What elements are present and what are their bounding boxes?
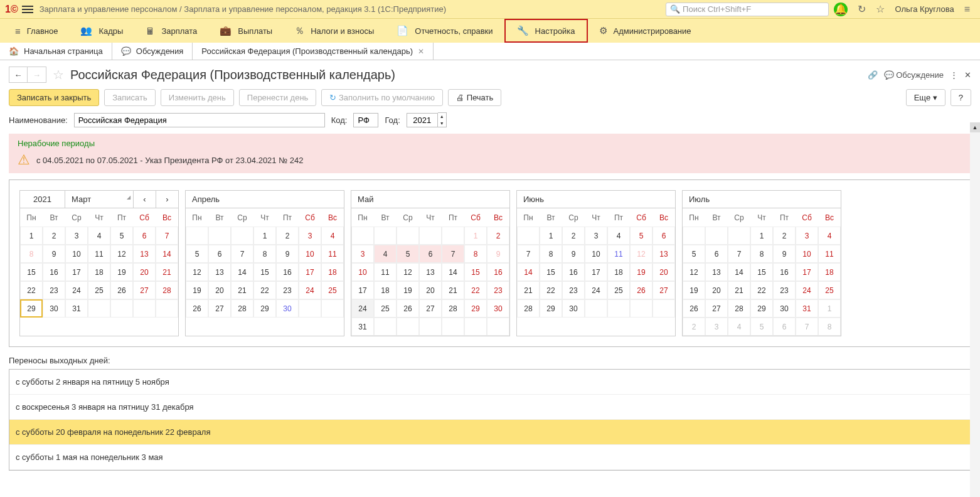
calendar-day[interactable]: 6	[208, 245, 231, 263]
calendar-day[interactable]: 18	[321, 263, 344, 281]
code-input[interactable]	[353, 113, 378, 127]
calendar-day[interactable]: 22	[464, 281, 487, 299]
calendar-day[interactable]: 5	[683, 245, 705, 263]
calendar-day[interactable]: 27	[208, 299, 231, 318]
calendar-day[interactable]: 30	[43, 299, 65, 318]
calendar-day[interactable]: 6	[652, 227, 675, 245]
calendar-day[interactable]: 27	[652, 281, 675, 299]
year-spinner[interactable]: ▲▼	[438, 112, 447, 127]
calendar-day[interactable]: 28	[442, 299, 464, 318]
history-icon[interactable]: ↻	[858, 3, 866, 15]
calendar-day[interactable]: 24	[351, 299, 374, 318]
calendar-day[interactable]: 31	[65, 299, 88, 318]
calendar-day[interactable]: 28	[728, 299, 750, 318]
calendar-day[interactable]: 1	[818, 299, 841, 318]
calendar-day[interactable]: 11	[374, 263, 397, 281]
search-input[interactable]: 🔍 Поиск Ctrl+Shift+F	[666, 3, 829, 16]
year-input[interactable]	[407, 113, 438, 127]
save-close-button[interactable]: Записать и закрыть	[9, 89, 99, 106]
menu-zarplata[interactable]: 🖩Зарплата	[134, 19, 208, 43]
calendar-day[interactable]: 23	[562, 281, 585, 299]
calendar-day[interactable]: 25	[607, 281, 630, 299]
calendar-day[interactable]: 26	[186, 299, 208, 318]
calendar-day[interactable]: 11	[321, 245, 344, 263]
cal-month-select[interactable]: Март◢	[65, 191, 133, 208]
calendar-day[interactable]: 29	[540, 299, 562, 318]
next-month-button[interactable]: ›	[156, 191, 178, 208]
menu-main[interactable]: ≡Главное	[4, 19, 69, 43]
calendar-day[interactable]: 7	[442, 245, 464, 263]
calendar-day[interactable]: 3	[705, 318, 728, 336]
calendar-day[interactable]: 2	[43, 227, 65, 245]
calendar-day[interactable]: 15	[464, 263, 487, 281]
tab-calendar[interactable]: Российская Федерация (Производственный к…	[193, 43, 434, 60]
link-icon[interactable]: 🔗	[868, 70, 878, 80]
calendar-day[interactable]: 1	[20, 227, 43, 245]
favorite-star-icon[interactable]: ☆	[53, 67, 64, 82]
calendar-day[interactable]: 19	[683, 281, 705, 299]
calendar-day[interactable]: 5	[630, 227, 652, 245]
transfer-item[interactable]: с субботы 2 января на пятницу 5 ноября	[9, 370, 971, 395]
menu-kadry[interactable]: 👥Кадры	[69, 19, 134, 43]
calendar-day[interactable]: 23	[43, 281, 65, 299]
move-day-button[interactable]: Перенести день	[239, 89, 317, 106]
calendar-day[interactable]: 2	[487, 227, 509, 245]
calendar-day[interactable]: 10	[65, 245, 88, 263]
user-name[interactable]: Ольга Круглова	[895, 4, 954, 14]
change-day-button[interactable]: Изменить день	[161, 89, 234, 106]
chevron-up-icon[interactable]: ▲	[438, 113, 446, 120]
calendar-day[interactable]: 1	[464, 227, 487, 245]
calendar-day[interactable]: 6	[419, 245, 442, 263]
calendar-day[interactable]: 13	[705, 263, 728, 281]
calendar-day[interactable]: 4	[607, 227, 630, 245]
menu-nastroyka[interactable]: 🔧Настройка	[504, 19, 588, 43]
calendar-day[interactable]: 8	[20, 245, 43, 263]
calendar-day[interactable]: 26	[110, 281, 133, 299]
calendar-day[interactable]: 28	[231, 299, 253, 318]
calendar-day[interactable]: 22	[20, 281, 43, 299]
calendar-day[interactable]: 4	[728, 318, 750, 336]
transfer-item[interactable]: с субботы 20 февраля на понедельник 22 ф…	[9, 420, 971, 445]
calendar-day[interactable]: 31	[351, 318, 374, 336]
calendar-day[interactable]: 16	[562, 263, 585, 281]
calendar-day[interactable]: 25	[321, 281, 344, 299]
calendar-day[interactable]: 9	[562, 245, 585, 263]
calendar-day[interactable]: 7	[231, 245, 253, 263]
calendar-day[interactable]: 17	[585, 263, 607, 281]
calendar-day[interactable]: 18	[607, 263, 630, 281]
calendar-day[interactable]: 24	[796, 281, 818, 299]
calendar-day[interactable]: 25	[88, 281, 110, 299]
calendar-day[interactable]: 31	[796, 299, 818, 318]
calendar-day[interactable]: 8	[540, 245, 562, 263]
calendar-day[interactable]: 15	[20, 263, 43, 281]
calendar-day[interactable]: 20	[208, 281, 231, 299]
calendar-day[interactable]: 25	[818, 281, 841, 299]
calendar-day[interactable]: 21	[231, 281, 253, 299]
calendar-day[interactable]: 20	[705, 281, 728, 299]
calendar-day[interactable]: 12	[630, 245, 652, 263]
calendar-day[interactable]: 13	[208, 263, 231, 281]
calendar-day[interactable]: 7	[156, 227, 178, 245]
chevron-down-icon[interactable]: ▼	[438, 120, 446, 127]
calendar-day[interactable]: 14	[442, 263, 464, 281]
calendar-day[interactable]: 2	[562, 227, 585, 245]
star-icon[interactable]: ☆	[876, 3, 885, 15]
calendar-day[interactable]: 28	[156, 281, 178, 299]
calendar-day[interactable]: 8	[464, 245, 487, 263]
calendar-day[interactable]: 5	[397, 245, 419, 263]
calendar-day[interactable]: 20	[419, 281, 442, 299]
calendar-day[interactable]: 9	[276, 245, 299, 263]
calendar-day[interactable]: 15	[540, 263, 562, 281]
prev-month-button[interactable]: ‹	[133, 191, 156, 208]
calendar-day[interactable]: 27	[419, 299, 442, 318]
kebab-icon[interactable]: ⋮	[950, 70, 958, 80]
name-input[interactable]	[74, 113, 325, 127]
calendar-day[interactable]: 7	[517, 245, 540, 263]
calendar-day[interactable]: 27	[133, 281, 156, 299]
calendar-day[interactable]: 17	[351, 281, 374, 299]
calendar-day[interactable]: 3	[351, 245, 374, 263]
calendar-day[interactable]: 12	[397, 263, 419, 281]
calendar-day[interactable]: 24	[65, 281, 88, 299]
calendar-day[interactable]: 13	[652, 245, 675, 263]
calendar-day[interactable]: 28	[517, 299, 540, 318]
